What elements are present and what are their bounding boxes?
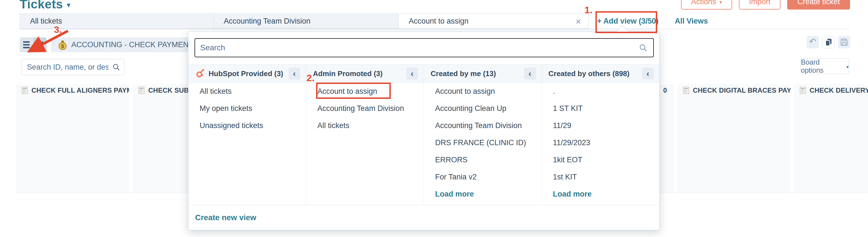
receipt-icon [138, 87, 145, 94]
view-list-admin-promoted: Account to assign Accounting Team Divisi… [306, 83, 424, 205]
board-column-check-full-aligners: CHECK FULL ALIGNERS PAYME… 0 [16, 84, 129, 192]
board-column-count: 0 [663, 87, 667, 94]
chevron-left-icon: ‹ [647, 69, 649, 78]
views-popover: HubSpot Provided (3) ‹ Admin Promoted (3… [188, 31, 660, 230]
create-new-view-link[interactable]: Create new view [195, 213, 256, 222]
view-item[interactable]: Accounting Team Division [306, 100, 424, 117]
section-admin-promoted: Admin Promoted (3) ‹ [306, 65, 424, 83]
annotation-arrow [25, 28, 76, 56]
tab-all-tickets[interactable]: All tickets [20, 13, 213, 29]
receipt-icon [683, 87, 689, 94]
annotation-step-1: 1. [585, 4, 592, 16]
view-item[interactable]: All tickets [188, 83, 306, 100]
copy-icon [824, 38, 833, 47]
view-list-created-by-others: . 1 ST KIT 11/29 11/29/2023 1kit EOT 1st… [542, 83, 660, 205]
popover-search [194, 38, 654, 57]
view-item[interactable]: Accounting Clean Up [424, 100, 541, 117]
tab-label: Accounting Team Division [224, 17, 310, 26]
section-title: Admin Promoted (3) [313, 69, 383, 78]
save-view-button[interactable] [838, 36, 850, 48]
all-views-label: All Views [675, 17, 708, 26]
copy-button[interactable] [822, 36, 835, 48]
board-column-title: CHECK FULL ALIGNERS PAYME… [31, 87, 129, 94]
view-item[interactable]: All tickets [306, 117, 424, 134]
header-actions: Actions ▾ Import Create ticket [681, 0, 850, 9]
view-item[interactable]: 11/29/2023 [542, 134, 660, 151]
collapse-section-button[interactable]: ‹ [524, 68, 536, 80]
page-title-text: Tickets [20, 0, 63, 11]
view-list-created-by-me: Account to assign Accounting Clean Up Ac… [424, 83, 542, 205]
board-options-label: Board options [801, 58, 844, 75]
popover-footer: Create new view [188, 205, 659, 230]
view-tab-bar: All tickets Accounting Team Division Acc… [20, 13, 850, 29]
popover-section-headers: HubSpot Provided (3) ‹ Admin Promoted (3… [188, 64, 659, 83]
section-hubspot-provided: HubSpot Provided (3) ‹ [188, 65, 306, 83]
section-title: Created by others (898) [549, 69, 630, 78]
create-ticket-button-label: Create ticket [797, 0, 840, 6]
view-item[interactable]: . [542, 83, 660, 100]
view-item[interactable]: ERRORS [424, 151, 541, 169]
actions-button-label: Actions [691, 0, 716, 6]
undo-button[interactable]: ↶ [807, 36, 819, 48]
annotation-box-add-view [595, 11, 657, 33]
load-more-link[interactable]: Load more [542, 186, 660, 203]
load-more-link[interactable]: Load more [424, 186, 541, 203]
tab-accounting-team-division[interactable]: Accounting Team Division [213, 13, 398, 29]
import-button-label: Import [749, 0, 771, 6]
undo-icon: ↶ [809, 37, 816, 46]
view-item[interactable]: Account to assign [424, 83, 541, 100]
chevron-left-icon: ‹ [293, 69, 296, 78]
page-title[interactable]: Tickets ▾ [20, 0, 70, 11]
board-options-button[interactable]: Board options ▾ [801, 58, 849, 74]
chevron-left-icon: ‹ [411, 69, 413, 78]
view-list-hubspot-provided: All tickets My open tickets Unassigned t… [188, 83, 306, 205]
view-item[interactable]: Unassigned tickets [188, 117, 306, 134]
board-column-check-digital-braces: CHECK DIGITAL BRACES PAYME… 0 [677, 84, 790, 192]
close-icon[interactable]: × [576, 17, 581, 26]
board-column-title: CHECK DELIVERY PA [810, 87, 868, 94]
board-search-input[interactable] [21, 59, 124, 75]
hubspot-logo-icon [195, 69, 205, 78]
chevron-down-icon: ▾ [67, 0, 70, 9]
view-item[interactable]: My open tickets [188, 100, 306, 117]
section-title: HubSpot Provided (3) [209, 69, 283, 78]
section-title: Created by me (13) [431, 69, 496, 78]
receipt-icon [21, 87, 28, 94]
view-item[interactable]: 1st KIT [542, 169, 660, 186]
save-icon [840, 38, 848, 46]
import-button[interactable]: Import [739, 0, 781, 9]
board-column-check-delivery: CHECK DELIVERY PA [794, 84, 868, 192]
collapse-section-button[interactable]: ‹ [642, 68, 654, 80]
tab-account-to-assign[interactable]: Account to assign × [398, 13, 589, 29]
collapse-section-button[interactable]: ‹ [288, 68, 300, 80]
section-created-by-me: Created by me (13) ‹ [424, 65, 542, 83]
view-item[interactable]: DRS FRANCE (CLINIC ID) [424, 134, 541, 151]
view-item[interactable]: For Tania v2 [424, 169, 541, 186]
collapse-section-button[interactable]: ‹ [406, 68, 418, 80]
tab-label: Account to assign [409, 17, 468, 26]
chevron-down-icon: ▾ [719, 0, 722, 5]
receipt-icon [800, 87, 806, 94]
popover-search-input[interactable] [194, 38, 654, 57]
all-views-link[interactable]: All Views [675, 13, 708, 29]
chevron-down-icon: ▾ [846, 63, 849, 70]
actions-button[interactable]: Actions ▾ [681, 0, 732, 9]
popover-view-lists: All tickets My open tickets Unassigned t… [188, 83, 659, 205]
search-icon [639, 43, 648, 52]
pipeline-label: ACCOUNTING - CHECK PAYMENTS (Check Produ… [71, 40, 208, 49]
view-item[interactable]: Accounting Team Division [424, 117, 541, 134]
view-item[interactable]: 11/29 [542, 117, 660, 134]
annotation-box-account-to-assign [316, 83, 391, 99]
chevron-left-icon: ‹ [529, 69, 531, 78]
annotation-step-2: 2. [307, 72, 314, 83]
create-ticket-button[interactable]: Create ticket [787, 0, 850, 9]
board-search [21, 59, 124, 75]
board-column-title: CHECK DIGITAL BRACES PAYME… [693, 87, 790, 94]
search-icon [112, 63, 120, 71]
view-item[interactable]: 1kit EOT [542, 151, 660, 169]
view-item[interactable]: 1 ST KIT [542, 100, 660, 117]
section-created-by-others: Created by others (898) ‹ [542, 65, 660, 83]
